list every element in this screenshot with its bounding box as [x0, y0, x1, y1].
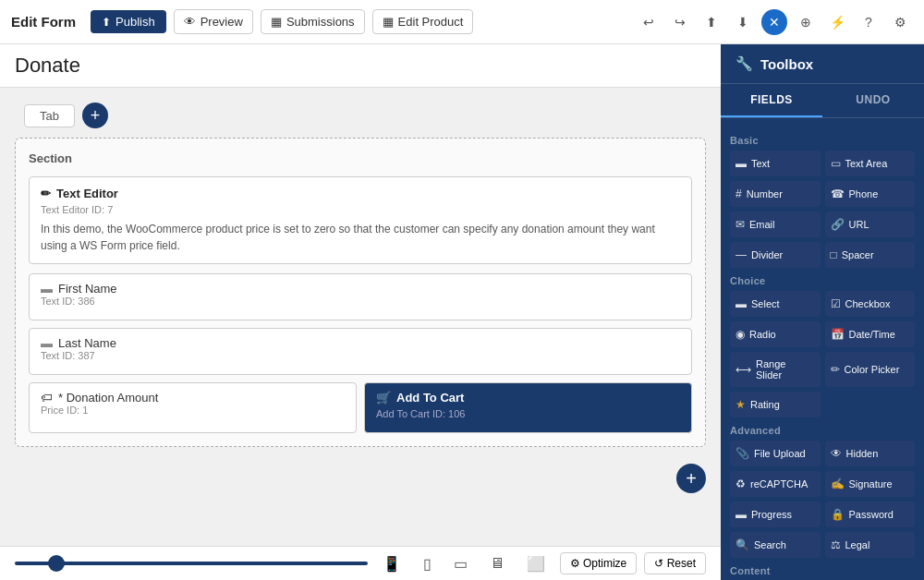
add-section-button[interactable]: +	[676, 464, 706, 493]
lightning-icon[interactable]: ⚡	[824, 9, 850, 35]
preview-button[interactable]: 👁 Preview	[174, 9, 253, 34]
tool-hidden[interactable]: 👁Hidden	[825, 441, 916, 466]
radio-tool-icon: ◉	[736, 328, 745, 341]
text-editor-content: In this demo, the WooCommerce product pr…	[41, 221, 680, 254]
form-title-input[interactable]	[15, 54, 706, 78]
tool-phone[interactable]: ☎Phone	[825, 181, 916, 207]
first-name-field[interactable]: ▬ First Name Text ID: 386	[29, 273, 692, 320]
undo-icon[interactable]: ↩	[636, 9, 662, 35]
search-tool-icon: 🔍	[736, 538, 749, 551]
zoom-slider[interactable]	[15, 562, 368, 565]
tool-file-upload[interactable]: 📎File Upload	[730, 441, 821, 466]
topbar-icons: ↩ ↪ ⬆ ⬇ ✕ ⊕ ⚡ ? ⚙	[636, 9, 913, 35]
select-tool-icon: ▬	[736, 297, 747, 310]
choice-section-title: Choice	[730, 275, 915, 286]
add-icon[interactable]: ⊕	[793, 9, 819, 35]
tablet-portrait-icon[interactable]: ▯	[423, 555, 432, 573]
optimize-button[interactable]: ⚙ Optimize	[560, 552, 638, 574]
redo-icon[interactable]: ↪	[667, 9, 693, 35]
tool-search[interactable]: 🔍Search	[730, 532, 821, 558]
form-title-bar	[0, 44, 721, 88]
tool-rating[interactable]: ★Rating	[730, 392, 821, 417]
text-editor-field[interactable]: ✏ Text Editor Text Editor ID: 7 In this …	[29, 176, 692, 264]
publish-icon: ⬆	[102, 16, 111, 29]
section-box: Section ✏ Text Editor Text Editor ID: 7 …	[15, 138, 706, 447]
first-name-label: First Name	[58, 282, 117, 296]
textarea-tool-icon: ▭	[831, 157, 841, 170]
close-icon[interactable]: ✕	[761, 9, 787, 35]
tool-signature[interactable]: ✍Signature	[825, 471, 916, 497]
bottom-bar: 📱 ▯ ▭ 🖥 ⬜ ⚙ Optimize ↺ Reset	[0, 546, 721, 580]
add-to-cart-field[interactable]: 🛒 Add To Cart Add To Cart ID: 106	[364, 382, 692, 433]
tool-range-slider[interactable]: ⟷Range Slider	[730, 352, 821, 387]
tool-text[interactable]: ▬Text	[730, 151, 821, 176]
upload-icon[interactable]: ⬆	[699, 9, 724, 35]
edit-product-icon: ▦	[383, 15, 394, 29]
toolbox-title: Toolbox	[760, 56, 813, 72]
toolbox-tabs: FIELDS UNDO	[721, 84, 924, 118]
gear-icon[interactable]: ⚙	[887, 9, 913, 35]
reset-button[interactable]: ↺ Reset	[644, 552, 706, 574]
publish-button[interactable]: ⬆ Publish	[91, 10, 166, 33]
basic-grid: ▬Text ▭Text Area #Number ☎Phone ✉Email 🔗…	[730, 151, 915, 268]
tool-number[interactable]: #Number	[730, 181, 821, 207]
legal-tool-icon: ⚖	[831, 538, 841, 551]
tool-recaptcha[interactable]: ♻reCAPTCHA	[730, 471, 821, 497]
text-icon-2: ▬	[41, 336, 53, 350]
tool-color-picker[interactable]: ✏Color Picker	[825, 352, 916, 387]
mobile-icon[interactable]: 📱	[383, 555, 401, 573]
tool-spacer[interactable]: □Spacer	[825, 242, 916, 268]
bottom-fields-row: 🏷 * Donation Amount Price ID: 1 🛒 Add To…	[29, 382, 692, 433]
price-meta: Price ID: 1	[41, 405, 345, 416]
tool-password[interactable]: 🔒Password	[825, 501, 916, 527]
choice-grid: ▬Select ☑Checkbox ◉Radio 📅Date/Time ⟷Ran…	[730, 291, 915, 417]
recaptcha-tool-icon: ♻	[736, 477, 746, 490]
phone-tool-icon: ☎	[831, 187, 845, 200]
text-editor-icon: ✏	[41, 187, 51, 200]
tool-url[interactable]: 🔗URL	[825, 211, 916, 237]
toolbox-header: 🔧 Toolbox	[721, 44, 924, 84]
content-section-title: Content	[730, 565, 915, 576]
submissions-icon: ▦	[271, 15, 282, 29]
url-tool-icon: 🔗	[831, 218, 845, 231]
tool-datetime[interactable]: 📅Date/Time	[825, 321, 916, 347]
tool-checkbox[interactable]: ☑Checkbox	[825, 291, 916, 317]
add-to-cart-header: 🛒 Add To Cart	[376, 391, 680, 405]
help-icon[interactable]: ?	[856, 9, 881, 35]
file-upload-tool-icon: 📎	[736, 447, 749, 460]
advanced-grid: 📎File Upload 👁Hidden ♻reCAPTCHA ✍Signatu…	[730, 441, 915, 558]
progress-tool-icon: ▬	[736, 508, 747, 521]
basic-section-title: Basic	[730, 135, 915, 146]
tool-radio[interactable]: ◉Radio	[730, 321, 821, 347]
text-editor-header: ✏ Text Editor	[41, 187, 680, 200]
add-tab-button[interactable]: +	[82, 103, 108, 128]
last-name-label: Last Name	[58, 336, 116, 350]
rating-tool-icon: ★	[736, 398, 746, 411]
tool-textarea[interactable]: ▭Text Area	[825, 151, 916, 176]
tool-divider[interactable]: —Divider	[730, 242, 821, 268]
last-name-field[interactable]: ▬ Last Name Text ID: 387	[29, 328, 692, 375]
tab-fields[interactable]: FIELDS	[721, 84, 822, 117]
plus-row: +	[15, 464, 706, 493]
edit-product-button[interactable]: ▦ Edit Product	[372, 9, 474, 34]
text-editor-meta: Text Editor ID: 7	[41, 204, 680, 215]
tool-email[interactable]: ✉Email	[730, 211, 821, 237]
tool-select[interactable]: ▬Select	[730, 291, 821, 317]
canvas-body: Tab + Section ✏ Text Editor Text Editor …	[0, 88, 721, 546]
main-layout: Tab + Section ✏ Text Editor Text Editor …	[0, 44, 924, 580]
submissions-button[interactable]: ▦ Submissions	[261, 9, 365, 34]
tool-legal[interactable]: ⚖Legal	[825, 532, 916, 558]
last-name-inner: ▬ Last Name	[41, 336, 680, 350]
tablet-landscape-icon[interactable]: ▭	[454, 555, 468, 573]
tool-progress[interactable]: ▬Progress	[730, 501, 821, 527]
tab-undo[interactable]: UNDO	[822, 84, 924, 117]
monitor-icon[interactable]: 🖥	[490, 555, 505, 572]
download-icon[interactable]: ⬇	[730, 9, 756, 35]
datetime-tool-icon: 📅	[831, 328, 845, 341]
tab-label[interactable]: Tab	[24, 104, 75, 127]
spacer-tool-icon: □	[831, 248, 837, 261]
last-name-meta: Text ID: 387	[41, 350, 680, 361]
price-field[interactable]: 🏷 * Donation Amount Price ID: 1	[29, 382, 357, 433]
widescreen-icon[interactable]: ⬜	[527, 555, 545, 573]
add-to-cart-icon: 🛒	[376, 391, 391, 405]
